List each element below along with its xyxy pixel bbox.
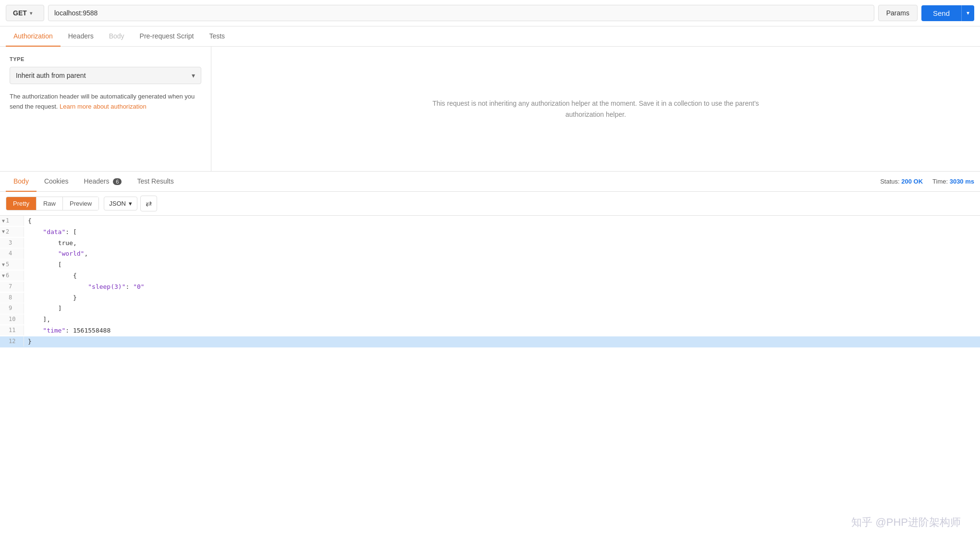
response-tabs-bar: Body Cookies Headers 6 Test Results Stat… xyxy=(0,172,980,192)
send-button[interactable]: Send xyxy=(921,5,961,21)
auth-description: The authorization header will be automat… xyxy=(10,92,201,112)
auth-panel: TYPE Inherit auth from parent ▾ The auth… xyxy=(0,47,980,172)
line-num-8: 8 xyxy=(0,293,24,303)
auth-left: TYPE Inherit auth from parent ▾ The auth… xyxy=(0,47,211,171)
format-tabs: Pretty Raw Preview xyxy=(6,197,99,210)
auth-select-value: Inherit auth from parent xyxy=(16,72,86,79)
url-input[interactable] xyxy=(48,5,874,21)
method-selector[interactable]: GET ▾ xyxy=(6,5,44,21)
auth-learn-link[interactable]: Learn more about authorization xyxy=(60,103,147,110)
method-chevron-icon: ▾ xyxy=(30,11,32,16)
tab-authorization[interactable]: Authorization xyxy=(6,26,61,47)
line-content-11: "time": 1561558488 xyxy=(24,325,980,336)
resp-tab-body[interactable]: Body xyxy=(6,172,37,192)
code-line-1: ▼ 1 { xyxy=(0,216,980,227)
auth-right: This request is not inheriting any autho… xyxy=(211,47,980,171)
auth-helper-text: This request is not inheriting any autho… xyxy=(428,98,764,120)
resp-tab-headers[interactable]: Headers 6 xyxy=(76,172,130,192)
line-content-9: ] xyxy=(24,303,980,314)
headers-badge: 6 xyxy=(113,178,122,185)
line-content-8: } xyxy=(24,293,980,304)
code-line-12: 12 } xyxy=(0,336,980,347)
tab-body[interactable]: Body xyxy=(101,26,132,47)
code-area: ▼ 1 { ▼ 2 "data": [ 3 true, xyxy=(0,216,980,347)
line-content-2: "data": [ xyxy=(24,227,980,238)
line-content-3: true, xyxy=(24,238,980,249)
line-num-4: 4 xyxy=(0,248,24,259)
line-num-9: 9 xyxy=(0,303,24,313)
tab-headers[interactable]: Headers xyxy=(61,26,101,47)
send-btn-group: Send ▾ xyxy=(921,5,974,21)
code-line-6: ▼ 6 { xyxy=(0,271,980,282)
line-num-2: ▼ 2 xyxy=(0,227,24,237)
line-num-3: 3 xyxy=(0,238,24,248)
line-content-5: [ xyxy=(24,260,980,271)
fold-arrow-1[interactable]: ▼ xyxy=(2,217,5,225)
code-line-8: 8 } xyxy=(0,293,980,304)
code-line-11: 11 "time": 1561558488 xyxy=(0,325,980,336)
response-section: Body Cookies Headers 6 Test Results Stat… xyxy=(0,172,980,347)
format-raw[interactable]: Raw xyxy=(37,197,63,210)
json-chevron-icon: ▾ xyxy=(129,200,132,207)
type-label: TYPE xyxy=(10,56,201,62)
code-line-5: ▼ 5 [ xyxy=(0,260,980,271)
code-line-2: ▼ 2 "data": [ xyxy=(0,227,980,238)
send-dropdown-button[interactable]: ▾ xyxy=(961,5,974,21)
status-bar: Status: 200 OK Time: 3030 ms xyxy=(880,178,974,185)
line-content-6: { xyxy=(24,271,980,282)
line-content-10: ], xyxy=(24,314,980,325)
auth-type-select[interactable]: Inherit auth from parent ▾ xyxy=(10,67,201,84)
json-format-label: JSON xyxy=(109,200,126,207)
code-line-7: 7 "sleep(3)": "0" xyxy=(0,282,980,293)
params-button[interactable]: Params xyxy=(878,5,918,21)
auth-select-chevron-icon: ▾ xyxy=(192,72,195,79)
format-pretty[interactable]: Pretty xyxy=(6,197,37,210)
line-num-7: 7 xyxy=(0,282,24,292)
code-line-4: 4 "world", xyxy=(0,248,980,260)
fold-arrow-2[interactable]: ▼ xyxy=(2,228,5,235)
line-content-4: "world", xyxy=(24,248,980,260)
code-line-9: 9 ] xyxy=(0,303,980,314)
resp-tab-cookies[interactable]: Cookies xyxy=(37,172,76,192)
fold-arrow-5[interactable]: ▼ xyxy=(2,261,5,269)
tab-pre-request[interactable]: Pre-request Script xyxy=(132,26,202,47)
resp-tab-test-results[interactable]: Test Results xyxy=(129,172,181,192)
line-num-12: 12 xyxy=(0,336,24,346)
line-num-10: 10 xyxy=(0,314,24,324)
method-label: GET xyxy=(13,9,27,17)
line-num-1: ▼ 1 xyxy=(0,216,24,226)
time-label: Time: 3030 ms xyxy=(932,178,974,185)
line-num-11: 11 xyxy=(0,325,24,335)
status-value: 200 OK xyxy=(901,178,923,185)
json-format-selector[interactable]: JSON ▾ xyxy=(104,197,137,210)
line-num-6: ▼ 6 xyxy=(0,271,24,281)
line-num-5: ▼ 5 xyxy=(0,260,24,270)
format-preview[interactable]: Preview xyxy=(63,197,98,210)
url-bar: GET ▾ Params Send ▾ xyxy=(0,0,980,26)
line-content-1: { xyxy=(24,216,980,227)
time-value: 3030 ms xyxy=(950,178,974,185)
wrap-button[interactable]: ⇄ xyxy=(140,196,157,211)
resp-toolbar: Pretty Raw Preview JSON ▾ ⇄ xyxy=(0,192,980,216)
line-content-7: "sleep(3)": "0" xyxy=(24,282,980,293)
request-tabs: Authorization Headers Body Pre-request S… xyxy=(0,26,980,47)
line-content-12: } xyxy=(24,336,980,347)
code-line-10: 10 ], xyxy=(0,314,980,325)
status-label: Status: 200 OK xyxy=(880,178,923,185)
fold-arrow-6[interactable]: ▼ xyxy=(2,272,5,280)
code-line-3: 3 true, xyxy=(0,238,980,249)
tab-tests[interactable]: Tests xyxy=(201,26,233,47)
